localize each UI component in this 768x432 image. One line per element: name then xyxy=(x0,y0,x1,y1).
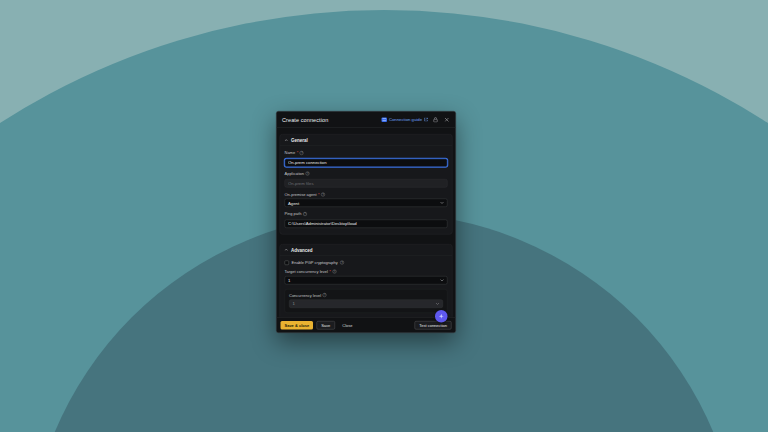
page-title: Create connection xyxy=(282,117,328,123)
target-concurrency-label-row: Target concurrency level * ? xyxy=(285,269,448,274)
info-icon[interactable]: ? xyxy=(300,151,304,155)
guide-book-icon xyxy=(381,117,387,122)
name-label: Name xyxy=(285,151,296,156)
target-concurrency-label: Target concurrency level xyxy=(285,269,328,274)
external-link-icon xyxy=(424,118,428,122)
assistant-fab[interactable] xyxy=(435,310,448,323)
general-section-body: Name * ? Application ? xyxy=(280,146,452,234)
concurrency-select: 1 xyxy=(289,299,443,308)
chevron-down-icon xyxy=(440,202,444,205)
modal-body: General Name * ? Application xyxy=(277,128,456,317)
required-asterisk: * xyxy=(329,269,331,274)
target-concurrency-field: Target concurrency level * ? 1 xyxy=(285,269,448,284)
agent-select[interactable]: Agent xyxy=(285,199,448,208)
info-icon[interactable]: ? xyxy=(303,212,307,216)
ping-path-label: Ping path xyxy=(285,212,302,217)
close-icon[interactable] xyxy=(443,116,450,123)
general-section-header[interactable]: General xyxy=(280,135,452,147)
modal-header: Create connection Connection guide xyxy=(277,112,456,129)
ping-path-input[interactable] xyxy=(285,219,448,228)
collapse-caret-icon xyxy=(285,139,289,142)
lock-icon[interactable] xyxy=(432,116,439,123)
agent-label-row: On-premise agent * ? xyxy=(285,192,448,197)
modal-window: Create connection Connection guide xyxy=(276,111,456,333)
target-concurrency-select[interactable]: 1 xyxy=(285,276,448,285)
advanced-section: Advanced Enable PGP cryptography ? Targe… xyxy=(280,244,453,317)
header-actions: Connection guide xyxy=(381,116,450,123)
general-section-title: General xyxy=(291,138,308,143)
chevron-down-icon xyxy=(436,302,440,305)
concurrency-subpanel: Concurrency level ? 1 xyxy=(285,289,448,313)
save-button[interactable]: Save xyxy=(317,321,335,330)
agent-field: On-premise agent * ? Agent xyxy=(285,192,448,207)
ping-path-label-row: Ping path ? xyxy=(285,212,448,217)
application-label: Application xyxy=(285,171,305,176)
advanced-section-header[interactable]: Advanced xyxy=(280,244,452,256)
info-icon[interactable]: ? xyxy=(340,261,344,265)
advanced-section-title: Advanced xyxy=(291,247,313,252)
connection-guide-link[interactable]: Connection guide xyxy=(381,117,428,122)
required-asterisk: * xyxy=(297,151,299,156)
application-field: Application ? xyxy=(285,171,448,187)
name-label-row: Name * ? xyxy=(285,151,448,156)
save-and-close-button[interactable]: Save & close xyxy=(281,321,314,330)
info-icon[interactable]: ? xyxy=(323,293,327,297)
sparkle-icon xyxy=(439,314,445,320)
test-connection-button[interactable]: Test connection xyxy=(415,321,452,330)
advanced-section-body: Enable PGP cryptography ? Target concurr… xyxy=(280,256,452,317)
concurrency-value: 1 xyxy=(293,301,295,306)
concurrency-field: Concurrency level ? 1 xyxy=(289,293,443,308)
info-icon[interactable]: ? xyxy=(332,270,336,274)
agent-select-value: Agent xyxy=(288,200,299,205)
required-asterisk: * xyxy=(318,192,320,197)
modal-footer: Save & close Save Close Test connection xyxy=(277,317,456,333)
pgp-field: Enable PGP cryptography ? xyxy=(285,260,448,265)
concurrency-label: Concurrency level xyxy=(289,293,321,298)
name-input[interactable] xyxy=(285,158,448,167)
chevron-down-icon xyxy=(440,279,444,282)
target-concurrency-value: 1 xyxy=(288,278,290,283)
info-icon[interactable]: ? xyxy=(306,172,310,176)
pgp-checkbox[interactable] xyxy=(285,260,290,265)
pgp-label: Enable PGP cryptography xyxy=(292,260,338,265)
general-section: General Name * ? Application xyxy=(280,134,453,234)
application-input xyxy=(285,179,448,188)
connection-guide-label: Connection guide xyxy=(389,117,422,122)
name-field: Name * ? xyxy=(285,151,448,167)
create-connection-dialog: Create connection Connection guide xyxy=(276,111,456,333)
info-icon[interactable]: ? xyxy=(321,192,325,196)
close-button[interactable]: Close xyxy=(338,321,356,330)
ping-path-field: Ping path ? xyxy=(285,212,448,228)
concurrency-label-row: Concurrency level ? xyxy=(289,293,443,298)
collapse-caret-icon xyxy=(285,249,289,252)
application-label-row: Application ? xyxy=(285,171,448,176)
agent-label: On-premise agent xyxy=(285,192,317,197)
